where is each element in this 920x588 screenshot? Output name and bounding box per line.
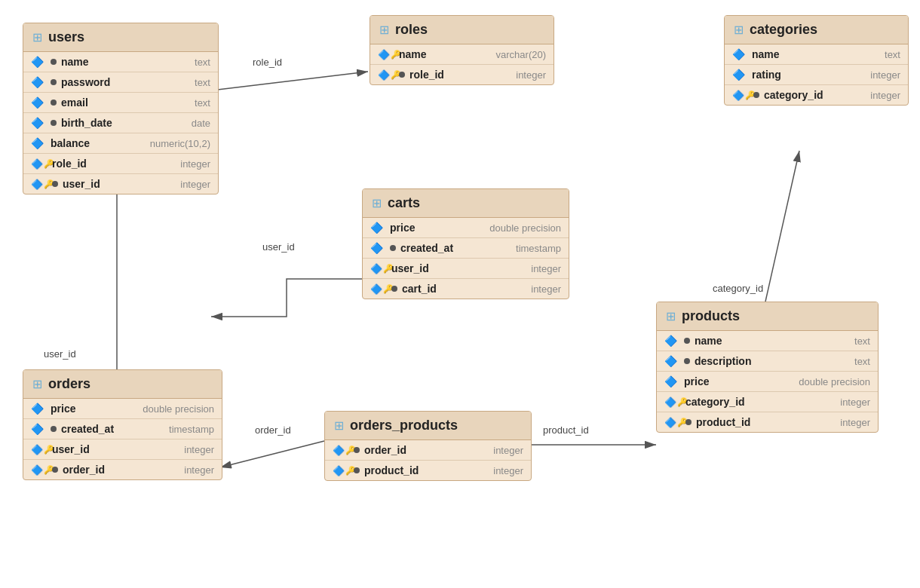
label-category-id: category_id bbox=[713, 283, 763, 294]
table-icon-roles: ⊞ bbox=[379, 23, 389, 37]
table-orders-title: orders bbox=[48, 376, 90, 392]
table-row: 🔷 🔑 role_id integer bbox=[370, 65, 554, 84]
col-name: user_id bbox=[52, 443, 120, 455]
table-row: 🔷 🔑 cart_id integer bbox=[363, 279, 569, 299]
table-users-header: ⊞ users bbox=[23, 23, 218, 52]
table-row: 🔷 name text bbox=[725, 44, 908, 65]
col-name: role_id bbox=[409, 69, 477, 81]
svg-line-2 bbox=[211, 72, 368, 90]
col-icon: 🔷 bbox=[732, 69, 747, 81]
null-indicator bbox=[51, 59, 57, 65]
pk-table-icon: 🔷 bbox=[378, 49, 390, 60]
col-type: text bbox=[854, 335, 870, 347]
fk-table-icon: 🔷 bbox=[31, 158, 43, 170]
table-carts-header: ⊞ carts bbox=[363, 189, 569, 218]
label-product-id: product_id bbox=[543, 424, 589, 436]
col-type: numeric(10,2) bbox=[150, 138, 210, 149]
table-row: 🔷 🔑 user_id integer bbox=[363, 259, 569, 279]
table-row: 🔷 price double precision bbox=[23, 399, 222, 419]
col-type: integer bbox=[493, 465, 523, 476]
table-products-header: ⊞ products bbox=[657, 302, 878, 331]
col-name: order_id bbox=[364, 444, 432, 456]
svg-line-3 bbox=[220, 441, 324, 467]
col-icon: 🔷 bbox=[732, 48, 747, 60]
table-row: 🔷 🔑 user_id integer bbox=[23, 174, 218, 194]
table-categories-title: categories bbox=[750, 22, 817, 38]
col-type: integer bbox=[870, 90, 900, 101]
null-indicator bbox=[51, 426, 57, 432]
col-type: integer bbox=[180, 158, 210, 170]
col-type: text bbox=[885, 49, 900, 60]
col-type: text bbox=[195, 57, 210, 68]
null-indicator bbox=[51, 79, 57, 85]
col-icon: 🔷 bbox=[370, 222, 385, 234]
col-name: category_id bbox=[685, 396, 753, 408]
label-order-id: order_id bbox=[255, 424, 291, 436]
pk-table-icon: 🔷 bbox=[31, 464, 43, 476]
col-type: text bbox=[854, 356, 870, 367]
null-indicator bbox=[753, 92, 759, 98]
col-type: integer bbox=[870, 69, 900, 81]
col-type: integer bbox=[493, 445, 523, 456]
table-users-title: users bbox=[48, 29, 84, 45]
col-name: password bbox=[61, 76, 129, 88]
table-row: 🔷 🔑 product_id integer bbox=[325, 461, 531, 480]
table-orders-products: ⊞ orders_products 🔷 🔑 order_id integer 🔷… bbox=[324, 411, 532, 481]
null-indicator bbox=[391, 286, 397, 292]
table-row: 🔷 created_at timestamp bbox=[363, 238, 569, 259]
null-indicator bbox=[399, 72, 405, 78]
col-type: integer bbox=[531, 263, 561, 274]
col-type: integer bbox=[180, 179, 210, 190]
col-icon: 🔷 bbox=[31, 403, 46, 415]
table-icon-orders: ⊞ bbox=[32, 377, 42, 391]
col-icon: 🔷 bbox=[31, 423, 46, 435]
col-name: product_id bbox=[364, 464, 432, 476]
null-indicator bbox=[51, 100, 57, 106]
table-row: 🔷 name text bbox=[23, 52, 218, 72]
col-icon: 🔷 bbox=[664, 375, 679, 387]
table-row: 🔷 created_at timestamp bbox=[23, 419, 222, 439]
table-products-title: products bbox=[682, 308, 740, 324]
col-type: integer bbox=[840, 397, 870, 408]
table-users: ⊞ users 🔷 name text 🔷 password text 🔷 em… bbox=[23, 23, 219, 194]
col-icon: 🔷 bbox=[31, 76, 46, 88]
col-name: name bbox=[695, 335, 762, 347]
table-row: 🔷 rating integer bbox=[725, 65, 908, 85]
col-name: user_id bbox=[391, 262, 459, 274]
null-indicator bbox=[390, 245, 396, 251]
col-icon: 🔷 bbox=[31, 117, 46, 129]
col-name: created_at bbox=[400, 242, 468, 254]
col-icon: 🔷 bbox=[664, 355, 679, 367]
col-name: name bbox=[752, 48, 820, 60]
null-indicator bbox=[685, 419, 692, 425]
table-orders-header: ⊞ orders bbox=[23, 370, 222, 399]
table-row: 🔷 🔑 category_id integer bbox=[725, 85, 908, 105]
label-user-id-orders: user_id bbox=[44, 348, 76, 360]
pk-table-icon: 🔷 bbox=[333, 465, 345, 476]
table-row: 🔷 🔑 product_id integer bbox=[657, 412, 878, 432]
col-name: name bbox=[399, 48, 467, 60]
col-name: product_id bbox=[696, 416, 764, 428]
col-name: email bbox=[61, 96, 129, 109]
pk-table-icon: 🔷 bbox=[732, 90, 744, 101]
col-type: double precision bbox=[489, 222, 561, 234]
col-type: integer bbox=[516, 69, 546, 81]
fk-table-icon: 🔷 bbox=[664, 397, 676, 408]
erd-diagram: role_id user_id user_id order_id product… bbox=[0, 0, 920, 588]
col-type: timestamp bbox=[169, 424, 214, 435]
col-type: varchar(20) bbox=[496, 49, 546, 60]
table-row: 🔷 price double precision bbox=[363, 218, 569, 238]
col-icon: 🔷 bbox=[664, 335, 679, 347]
label-user-id-carts: user_id bbox=[262, 241, 295, 253]
col-type: integer bbox=[840, 417, 870, 428]
col-name: price bbox=[51, 403, 118, 415]
col-name: name bbox=[61, 56, 129, 68]
table-icon-categories: ⊞ bbox=[734, 23, 744, 37]
col-name: role_id bbox=[52, 158, 120, 170]
null-indicator bbox=[51, 120, 57, 126]
table-row: 🔷 🔑 name varchar(20) bbox=[370, 44, 554, 65]
table-roles-header: ⊞ roles bbox=[370, 16, 554, 44]
table-icon-users: ⊞ bbox=[32, 30, 42, 44]
table-categories: ⊞ categories 🔷 name text 🔷 rating intege… bbox=[724, 15, 909, 106]
table-row: 🔷 password text bbox=[23, 72, 218, 93]
